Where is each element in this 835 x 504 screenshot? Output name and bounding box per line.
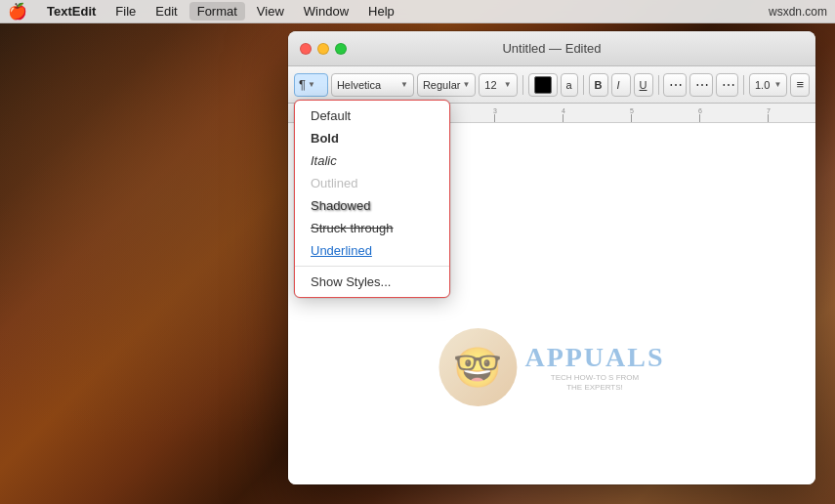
align-center-button[interactable]: ⋯ — [689, 73, 713, 97]
align-left-button[interactable]: ⋯ — [663, 73, 687, 97]
color-swatch — [534, 76, 552, 94]
close-button[interactable] — [300, 43, 312, 55]
ruler-mark-3: 3 — [493, 107, 497, 122]
menubar-help[interactable]: Help — [360, 2, 402, 21]
menubar-view[interactable]: View — [249, 2, 292, 21]
maximize-button[interactable] — [335, 43, 347, 55]
toolbar-separator-4 — [743, 75, 744, 95]
paragraph-symbol: ¶ — [299, 77, 306, 92]
line-spacing-button[interactable]: 1.0 ▼ — [749, 73, 787, 97]
italic-button[interactable]: I — [611, 73, 631, 97]
menubar: 🍎 TextEdit File Edit Format View Window … — [0, 0, 835, 23]
font-size-chevron-icon: ▼ — [504, 80, 512, 89]
link-button[interactable]: a — [561, 73, 578, 97]
dropdown-item-shadowed-label: Shadowed — [311, 198, 370, 213]
bold-button[interactable]: B — [589, 73, 608, 97]
window-title: Untitled — Edited — [502, 41, 601, 56]
ruler-mark-4: 4 — [562, 107, 565, 122]
dropdown-item-outlined-label: Outlined — [311, 176, 357, 190]
menubar-watermark: wsxdn.com — [769, 5, 827, 19]
dropdown-item-struck[interactable]: Struck through — [295, 217, 449, 239]
watermark-area: 🤓 APPUALS TECH HOW-TO S FROM THE EXPERTS… — [438, 328, 664, 406]
color-picker-button[interactable] — [528, 73, 558, 97]
textedit-window: Untitled — Edited ¶ ▼ Helvetica ▼ Regula… — [288, 31, 815, 484]
font-size-button[interactable]: 12 ▼ — [479, 73, 517, 97]
watermark-icon: 🤓 — [438, 328, 517, 406]
dropdown-item-default-label: Default — [311, 108, 351, 123]
toolbar: ¶ ▼ Helvetica ▼ Regular ▼ 12 ▼ a B I U ⋯… — [288, 66, 815, 104]
dropdown-item-show-styles[interactable]: Show Styles... — [295, 271, 449, 293]
font-style-button[interactable]: Regular ▼ — [417, 73, 476, 97]
menubar-items: TextEdit File Edit Format View Window He… — [39, 2, 402, 21]
title-bar: Untitled — Edited — [288, 31, 815, 66]
toolbar-separator-1 — [522, 75, 523, 95]
toolbar-separator-3 — [658, 75, 659, 95]
chevron-down-icon: ▼ — [308, 80, 315, 89]
line-spacing-chevron-icon: ▼ — [773, 80, 781, 89]
toolbar-separator-2 — [583, 75, 584, 95]
dropdown-item-italic[interactable]: Italic — [295, 149, 449, 172]
dropdown-item-underlined[interactable]: Underlined — [295, 239, 449, 262]
menubar-textedit[interactable]: TextEdit — [39, 2, 104, 21]
menubar-window[interactable]: Window — [296, 2, 356, 21]
paragraph-style-button[interactable]: ¶ ▼ — [294, 73, 328, 97]
dropdown-item-struck-label: Struck through — [311, 221, 394, 235]
underline-button[interactable]: U — [634, 73, 653, 97]
minimize-button[interactable] — [317, 43, 329, 55]
menubar-edit[interactable]: Edit — [147, 2, 185, 21]
dropdown-item-bold-label: Bold — [311, 131, 339, 146]
list-button[interactable]: ≡ — [790, 73, 810, 97]
watermark-subtitle-1: TECH HOW-TO S FROM — [524, 373, 664, 383]
dropdown-item-bold[interactable]: Bold — [295, 127, 449, 149]
dropdown-item-default[interactable]: Default — [295, 105, 449, 127]
watermark-subtitle-2: THE EXPERTS! — [524, 383, 664, 393]
dropdown-item-italic-label: Italic — [311, 153, 337, 168]
line-spacing-label: 1.0 — [755, 79, 770, 91]
font-family-button[interactable]: Helvetica ▼ — [331, 73, 414, 97]
menubar-file[interactable]: File — [107, 2, 144, 21]
font-family-label: Helvetica — [337, 79, 381, 91]
font-style-label: Regular — [423, 79, 461, 91]
align-right-button[interactable]: ⋯ — [716, 73, 739, 97]
apple-menu[interactable]: 🍎 — [8, 2, 27, 21]
dropdown-separator — [295, 266, 449, 267]
dropdown-item-underlined-label: Underlined — [311, 243, 372, 258]
menubar-format[interactable]: Format — [189, 2, 245, 21]
font-style-chevron-icon: ▼ — [462, 80, 470, 89]
traffic-lights — [300, 43, 347, 55]
ruler-mark-5: 5 — [630, 107, 634, 122]
dropdown-item-outlined[interactable]: Outlined — [295, 172, 449, 194]
dropdown-item-shadowed[interactable]: Shadowed — [295, 194, 449, 217]
ruler-mark-6: 6 — [698, 107, 702, 122]
ruler-mark-7: 7 — [767, 107, 771, 122]
font-size-label: 12 — [484, 79, 496, 91]
menubar-right: wsxdn.com — [769, 5, 827, 19]
dropdown-show-styles-label: Show Styles... — [311, 274, 391, 289]
watermark-title: APPUALS — [524, 342, 664, 373]
font-family-chevron-icon: ▼ — [400, 80, 408, 89]
paragraph-style-dropdown: Default Bold Italic Outlined Shadowed St… — [294, 100, 450, 298]
